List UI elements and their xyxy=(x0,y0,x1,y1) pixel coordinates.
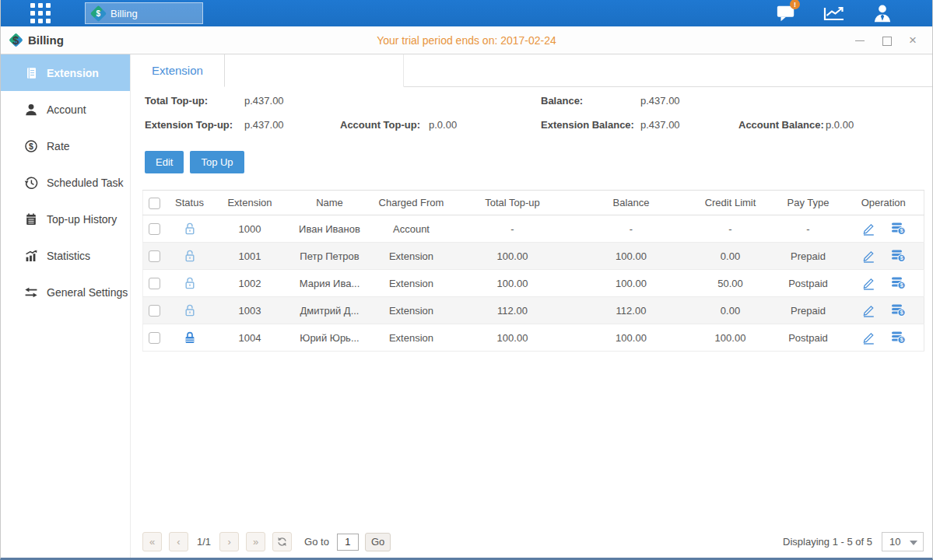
lock-open-icon xyxy=(167,215,213,243)
cell-name: Дмитрий Д... xyxy=(287,297,373,324)
sidebar-item-label: Statistics xyxy=(47,250,90,262)
cell-charged-from: Extension xyxy=(373,297,451,324)
edit-row-icon[interactable] xyxy=(860,274,877,291)
topup-row-icon[interactable]: $ xyxy=(889,219,907,236)
sidebar-item-account[interactable]: Account xyxy=(1,91,130,128)
cell-extension: 1000 xyxy=(213,215,287,243)
sidebar-item-label: Rate xyxy=(47,140,70,152)
row-checkbox[interactable] xyxy=(149,250,160,262)
table-body: 1000 Иван Иванов Account - - - - $ xyxy=(143,215,924,352)
svg-text:$: $ xyxy=(29,141,33,150)
sidebar-item-label: Top-up History xyxy=(47,213,117,226)
cell-name: Мария Ива... xyxy=(287,270,373,297)
topup-row-icon[interactable]: $ xyxy=(889,301,907,318)
column-charged-from: Charged From xyxy=(373,191,451,215)
sidebar-item-statistics[interactable]: Statistics xyxy=(1,237,130,274)
column-status: Status xyxy=(167,191,213,215)
page-size-select[interactable]: 10 xyxy=(882,532,924,551)
scheduled-task-icon xyxy=(24,176,38,190)
sidebar: Extension Account $ Rate Scheduled Task … xyxy=(1,54,131,558)
edit-button[interactable]: Edit xyxy=(145,151,184,173)
svg-text:$: $ xyxy=(900,310,903,316)
topup-row-icon[interactable]: $ xyxy=(889,274,907,291)
topup-button[interactable]: Top Up xyxy=(190,151,244,173)
table-row[interactable]: 1003 Дмитрий Д... Extension 112.00 112.0… xyxy=(143,297,924,324)
rate-icon: $ xyxy=(24,139,38,153)
close-icon[interactable]: × xyxy=(907,35,918,46)
cell-charged-from: Extension xyxy=(373,243,451,270)
row-checkbox[interactable] xyxy=(149,332,160,344)
cell-credit-limit: 0.00 xyxy=(688,297,773,324)
cell-total-topup: - xyxy=(451,215,575,243)
sidebar-item-rate[interactable]: $ Rate xyxy=(1,128,130,164)
minimize-icon[interactable] xyxy=(854,35,865,46)
account-topup-value: p.0.00 xyxy=(429,119,457,131)
billing-diamond-icon: $ xyxy=(90,5,107,21)
window-title: $ Billing xyxy=(11,33,64,47)
next-page-button[interactable]: › xyxy=(219,532,239,551)
cell-credit-limit: 100.00 xyxy=(688,324,773,352)
svg-text:$: $ xyxy=(900,255,903,261)
table-header-row: Status Extension Name Charged From Total… xyxy=(143,191,924,215)
column-name: Name xyxy=(287,191,373,215)
edit-row-icon[interactable] xyxy=(860,328,877,345)
cell-credit-limit: - xyxy=(688,215,773,243)
cell-name: Иван Иванов xyxy=(287,215,373,243)
row-checkbox[interactable] xyxy=(149,305,160,317)
edit-row-icon[interactable] xyxy=(860,301,877,318)
sidebar-item-label: Account xyxy=(47,103,86,116)
pagination-bar: « ‹ 1/1 › » Go to Go xyxy=(142,532,924,551)
topbar-tab-label: Billing xyxy=(110,8,138,19)
cell-extension: 1001 xyxy=(213,243,287,270)
first-page-button[interactable]: « xyxy=(142,532,162,551)
row-checkbox[interactable] xyxy=(149,223,160,235)
table-row[interactable]: 1002 Мария Ива... Extension 100.00 100.0… xyxy=(143,270,924,297)
select-all-checkbox[interactable] xyxy=(149,198,160,209)
table-row[interactable]: 1004 Юрий Юрь... Extension 100.00 100.00… xyxy=(143,324,924,352)
lock-open-icon xyxy=(167,270,213,297)
displaying-text: Displaying 1 - 5 of 5 xyxy=(783,536,872,548)
content-area: Extension Total Top-up: p.437.00 Balance… xyxy=(131,54,933,558)
lock-closed-icon xyxy=(167,324,213,352)
maximize-icon[interactable] xyxy=(881,35,892,46)
column-pay-type: Pay Type xyxy=(773,191,844,215)
refresh-icon[interactable] xyxy=(272,532,292,551)
sidebar-item-top-up-history[interactable]: Top-up History xyxy=(1,201,130,237)
extension-balance-value: p.437.00 xyxy=(640,119,680,131)
table-row[interactable]: 1000 Иван Иванов Account - - - - $ xyxy=(143,215,924,243)
cell-balance: - xyxy=(575,215,688,243)
tab-extension[interactable]: Extension xyxy=(131,54,225,87)
prev-page-button[interactable]: ‹ xyxy=(169,532,188,551)
column-credit-limit: Credit Limit xyxy=(688,191,773,215)
svg-text:$: $ xyxy=(900,337,903,343)
sidebar-item-scheduled-task[interactable]: Scheduled Task xyxy=(1,164,130,201)
edit-row-icon[interactable] xyxy=(860,247,877,264)
user-account-icon[interactable] xyxy=(870,2,895,24)
sidebar-item-extension[interactable]: Extension xyxy=(1,54,130,91)
cell-total-topup: 100.00 xyxy=(451,270,575,297)
apps-grid-icon[interactable] xyxy=(30,3,51,23)
extension-icon xyxy=(24,66,38,80)
go-button[interactable]: Go xyxy=(365,533,391,551)
svg-text:$: $ xyxy=(900,228,903,234)
last-page-button[interactable]: » xyxy=(246,532,265,551)
row-checkbox[interactable] xyxy=(149,278,160,289)
cell-extension: 1003 xyxy=(213,297,287,324)
topup-row-icon[interactable]: $ xyxy=(889,328,907,345)
topup-row-icon[interactable]: $ xyxy=(889,247,907,264)
edit-row-icon[interactable] xyxy=(860,219,877,236)
table-row[interactable]: 1001 Петр Петров Extension 100.00 100.00… xyxy=(143,243,924,270)
cell-balance: 100.00 xyxy=(575,243,688,270)
sidebar-item-label: Scheduled Task xyxy=(47,177,124,189)
extensions-table: Status Extension Name Charged From Total… xyxy=(142,190,924,352)
goto-page-input[interactable] xyxy=(337,534,359,551)
cell-credit-limit: 0.00 xyxy=(688,243,773,270)
messages-icon[interactable]: ! xyxy=(773,2,798,24)
column-operation: Operation xyxy=(844,191,924,215)
topbar-tab-billing[interactable]: $ Billing xyxy=(85,2,203,24)
tab-spacer xyxy=(225,54,404,87)
page-size-value: 10 xyxy=(889,536,900,548)
reports-chart-icon[interactable] xyxy=(822,2,847,24)
sidebar-item-general-settings[interactable]: General Settings xyxy=(1,274,130,310)
cell-total-topup: 100.00 xyxy=(451,243,575,270)
